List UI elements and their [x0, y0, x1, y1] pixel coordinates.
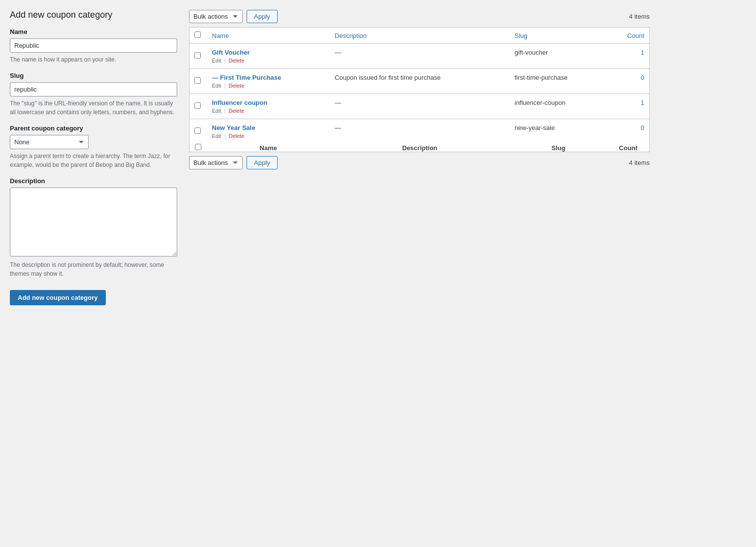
- col-header-slug[interactable]: Slug: [510, 28, 607, 44]
- row-count-cell: 0: [607, 119, 650, 144]
- row-action-delete[interactable]: Delete: [228, 58, 244, 64]
- select-all-checkbox-footer[interactable]: [195, 144, 201, 150]
- apply-button-bottom[interactable]: Apply: [247, 156, 278, 169]
- col-header-count[interactable]: Count: [607, 28, 650, 44]
- col-footer-slug[interactable]: Slug: [510, 144, 607, 152]
- row-name-cell: New Year SaleEdit | Delete: [207, 119, 330, 144]
- slug-field-group: Slug The "slug" is the URL-friendly vers…: [10, 72, 177, 117]
- description-field-group: Description The description is not promi…: [10, 177, 177, 278]
- bottom-toolbar-left: Bulk actions Delete Apply: [189, 156, 278, 169]
- row-slug-cell: new-year-sale: [510, 119, 607, 144]
- row-description-cell: —: [330, 94, 509, 119]
- row-count-link[interactable]: 1: [641, 99, 644, 106]
- top-toolbar-left: Bulk actions Delete Apply: [189, 10, 278, 23]
- row-count-link[interactable]: 0: [641, 74, 644, 81]
- row-action-edit[interactable]: Edit: [212, 133, 221, 139]
- row-actions: Edit | Delete: [212, 133, 325, 139]
- parent-field-group: Parent coupon category None Gift Voucher…: [10, 125, 177, 169]
- row-action-delete[interactable]: Delete: [228, 83, 244, 89]
- slug-hint: The "slug" is the URL-friendly version o…: [10, 99, 177, 117]
- row-checkbox[interactable]: [194, 77, 201, 84]
- row-checkbox-cell: [189, 119, 207, 144]
- row-action-edit[interactable]: Edit: [212, 58, 221, 64]
- row-count-cell: 1: [607, 44, 650, 69]
- description-textarea[interactable]: [10, 188, 177, 257]
- col-header-description[interactable]: Description: [330, 28, 509, 44]
- items-count-top: 4 items: [629, 13, 650, 20]
- slug-label: Slug: [10, 72, 177, 79]
- bottom-toolbar: Bulk actions Delete Apply 4 items: [189, 156, 650, 169]
- row-action-edit[interactable]: Edit: [212, 83, 221, 89]
- row-name-link[interactable]: New Year Sale: [212, 124, 325, 131]
- row-actions: Edit | Delete: [212, 58, 325, 64]
- top-toolbar: Bulk actions Delete Apply 4 items: [189, 10, 650, 23]
- bulk-actions-select-top[interactable]: Bulk actions Delete: [189, 10, 243, 23]
- slug-input[interactable]: [10, 82, 177, 97]
- row-count-link[interactable]: 1: [641, 49, 644, 56]
- col-footer-count[interactable]: Count: [607, 144, 650, 152]
- row-checkbox-cell: [189, 69, 207, 94]
- row-name-link[interactable]: Gift Voucher: [212, 49, 325, 56]
- name-input[interactable]: [10, 38, 177, 53]
- row-slug-cell: first-time-purchase: [510, 69, 607, 94]
- row-checkbox[interactable]: [194, 128, 201, 134]
- table-footer-row: Name Description Slug Count: [189, 144, 650, 152]
- page-title: Add new coupon category: [10, 10, 177, 20]
- row-action-delete[interactable]: Delete: [228, 133, 244, 139]
- row-actions: Edit | Delete: [212, 108, 325, 114]
- table-row: — First Time PurchaseEdit | DeleteCoupon…: [189, 69, 650, 94]
- row-count-link[interactable]: 0: [641, 124, 644, 131]
- row-count-cell: 0: [607, 69, 650, 94]
- items-count-bottom: 4 items: [629, 159, 650, 166]
- row-name-cell: — First Time PurchaseEdit | Delete: [207, 69, 330, 94]
- name-label: Name: [10, 28, 177, 35]
- row-name-link[interactable]: — First Time Purchase: [212, 74, 325, 81]
- select-all-header: [189, 28, 207, 44]
- table-row: Influencer couponEdit | Delete—influence…: [189, 94, 650, 119]
- action-separator: |: [222, 83, 227, 89]
- row-description-cell: —: [330, 119, 509, 144]
- row-action-edit[interactable]: Edit: [212, 108, 221, 114]
- select-all-checkbox[interactable]: [194, 32, 201, 38]
- description-hint: The description is not prominent by defa…: [10, 260, 177, 278]
- row-action-delete[interactable]: Delete: [228, 108, 244, 114]
- table-row: Gift VoucherEdit | Delete—gift-voucher1: [189, 44, 650, 69]
- row-count-cell: 1: [607, 94, 650, 119]
- apply-button-top[interactable]: Apply: [247, 10, 278, 23]
- row-slug-cell: influencer-coupon: [510, 94, 607, 119]
- row-checkbox-cell: [189, 44, 207, 69]
- action-separator: |: [222, 133, 227, 139]
- description-label: Description: [10, 177, 177, 185]
- select-all-footer: [189, 144, 207, 152]
- row-slug-cell: gift-voucher: [510, 44, 607, 69]
- bulk-actions-select-bottom[interactable]: Bulk actions Delete: [189, 156, 243, 169]
- row-checkbox-cell: [189, 94, 207, 119]
- row-name-link[interactable]: Influencer coupon: [212, 99, 325, 106]
- add-category-button[interactable]: Add new coupon category: [10, 290, 106, 305]
- categories-table-section: Bulk actions Delete Apply 4 items Name D…: [189, 10, 650, 305]
- categories-table: Name Description Slug Count Gift Voucher…: [189, 27, 650, 152]
- row-checkbox[interactable]: [194, 52, 201, 59]
- row-description-cell: —: [330, 44, 509, 69]
- col-footer-name[interactable]: Name: [207, 144, 330, 152]
- action-separator: |: [222, 58, 227, 64]
- row-checkbox[interactable]: [194, 102, 201, 109]
- name-hint: The name is how it appears on your site.: [10, 55, 177, 64]
- parent-select[interactable]: None Gift Voucher Influencer coupon New …: [10, 135, 89, 149]
- parent-hint: Assign a parent term to create a hierarc…: [10, 152, 177, 169]
- action-separator: |: [222, 108, 227, 114]
- row-actions: Edit | Delete: [212, 83, 325, 89]
- table-row: New Year SaleEdit | Delete—new-year-sale…: [189, 119, 650, 144]
- add-category-form: Add new coupon category Name The name is…: [10, 10, 177, 305]
- name-field-group: Name The name is how it appears on your …: [10, 28, 177, 64]
- row-description-cell: Coupon issued for first time purchase: [330, 69, 509, 94]
- col-header-name[interactable]: Name: [207, 28, 330, 44]
- table-header-row: Name Description Slug Count: [189, 28, 650, 44]
- row-name-cell: Gift VoucherEdit | Delete: [207, 44, 330, 69]
- parent-label: Parent coupon category: [10, 125, 177, 132]
- row-name-cell: Influencer couponEdit | Delete: [207, 94, 330, 119]
- col-footer-description[interactable]: Description: [330, 144, 509, 152]
